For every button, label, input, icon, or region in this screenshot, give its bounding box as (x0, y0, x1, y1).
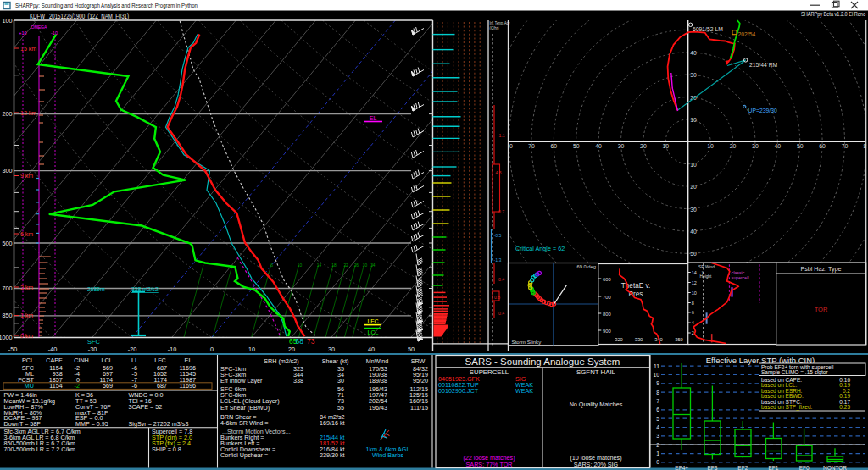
svg-text:500: 500 (3, 240, 13, 247)
svg-text:-20: -20 (128, 346, 136, 353)
svg-text:MMP = 0.95: MMP = 0.95 (75, 420, 108, 428)
svg-text:30: 30 (328, 346, 335, 353)
svg-text:239/30 kt: 239/30 kt (320, 451, 345, 459)
svg-text:1154: 1154 (49, 382, 62, 390)
svg-text:10: 10 (692, 290, 697, 296)
svg-text:SRH (m2/s2): SRH (m2/s2) (264, 357, 299, 365)
svg-text:20: 20 (730, 143, 737, 149)
svg-text:2: 2 (692, 330, 694, 335)
svg-text:Inf. Temp. Adv: Inf. Temp. Adv (490, 21, 510, 25)
svg-text:Height: Height (700, 274, 713, 279)
svg-text:SRW: SRW (411, 357, 426, 365)
svg-text:0.8: 0.8 (494, 295, 500, 300)
svg-text:900: 900 (603, 329, 611, 334)
svg-text:-1.3: -1.3 (494, 257, 502, 263)
svg-text:SARS: 77% TOR: SARS: 77% TOR (466, 461, 513, 468)
svg-text:0.4: 0.4 (498, 277, 504, 282)
svg-text:EF4+: EF4+ (675, 465, 688, 470)
svg-text:EF2: EF2 (737, 465, 748, 470)
svg-text:40: 40 (775, 143, 782, 149)
svg-text:DownT = 58F: DownT = 58F (4, 420, 42, 428)
svg-text:LI: LI (131, 357, 136, 364)
svg-text:-2: -2 (75, 382, 80, 390)
svg-text:10: 10 (298, 263, 303, 268)
svg-text:10: 10 (690, 117, 697, 123)
svg-text:SHARPpy: Sounding and Hodograp: SHARPpy: Sounding and Hodograph Analysis… (15, 2, 198, 9)
svg-text:40: 40 (368, 346, 375, 353)
svg-text:supercell: supercell (732, 275, 749, 280)
svg-text:30: 30 (690, 72, 697, 78)
svg-text:-50: -50 (8, 346, 17, 353)
svg-text:8: 8 (656, 390, 659, 395)
svg-text:SARS: 20% SIG: SARS: 20% SIG (574, 461, 619, 468)
svg-text:50: 50 (690, 251, 697, 257)
svg-text:-40: -40 (48, 346, 57, 353)
svg-text:1: 1 (656, 451, 659, 456)
svg-text:700: 700 (3, 285, 13, 292)
svg-text:3: 3 (656, 433, 659, 439)
svg-text:700-500mb LR = 7.2 C/km: 700-500mb LR = 7.2 C/km (4, 445, 76, 453)
svg-text:MnWind: MnWind (366, 357, 388, 365)
svg-text:687: 687 (157, 382, 167, 390)
svg-text:10: 10 (690, 162, 697, 168)
svg-text:350: 350 (675, 337, 683, 342)
svg-text:40: 40 (690, 50, 697, 56)
svg-text:111/15: 111/15 (410, 404, 428, 412)
svg-text:6: 6 (656, 406, 659, 412)
svg-text:UP=239/30: UP=239/30 (748, 108, 777, 113)
svg-text:EF3: EF3 (707, 465, 717, 470)
svg-text:00102900.JCT: 00102900.JCT (438, 387, 479, 395)
svg-text:320: 320 (615, 337, 623, 342)
svg-text:-10: -10 (168, 346, 176, 353)
svg-text:6091/52 LM: 6091/52 LM (693, 26, 723, 32)
svg-text:20: 20 (690, 184, 697, 190)
svg-text:7: 7 (656, 398, 659, 404)
svg-text:Shear (kt): Shear (kt) (322, 357, 349, 365)
svg-text:189/38: 189/38 (369, 377, 387, 384)
svg-text:20: 20 (640, 143, 647, 149)
svg-text:9: 9 (656, 380, 659, 386)
svg-text:202/54: 202/54 (738, 31, 756, 37)
svg-text:338 m2/s2: 338 m2/s2 (131, 286, 159, 292)
svg-text:100: 100 (3, 17, 13, 25)
svg-text:Psbl Haz. Type: Psbl Haz. Type (800, 265, 841, 273)
svg-text:Corfidi Upshear =: Corfidi Upshear = (220, 451, 268, 459)
svg-text:EF1: EF1 (768, 465, 778, 470)
svg-text:LCL: LCL (101, 357, 112, 364)
svg-text:1 km: 1 km (20, 312, 33, 318)
svg-text:Eff Shear (EBWD): Eff Shear (EBWD) (220, 404, 270, 412)
svg-text:4-6km SR Wind =: 4-6km SR Wind = (220, 419, 269, 427)
svg-text:CAPE: CAPE (46, 357, 63, 364)
svg-text:SHIP = 0.8: SHIP = 0.8 (152, 445, 181, 453)
svg-text:10: 10 (248, 346, 255, 353)
svg-text:30: 30 (337, 377, 344, 384)
svg-text:0: 0 (509, 143, 513, 149)
svg-text:4: 4 (656, 424, 659, 430)
svg-text:MU: MU (25, 382, 34, 390)
svg-text:2689m: 2689m (87, 286, 105, 292)
svg-text:800: 800 (603, 312, 611, 317)
svg-text:40: 40 (595, 143, 602, 149)
svg-text:ThetaE v.: ThetaE v. (621, 282, 650, 290)
svg-text:EF0: EF0 (799, 465, 810, 470)
svg-text:200: 200 (3, 110, 13, 118)
svg-text:18: 18 (331, 263, 337, 268)
svg-text:95/20: 95/20 (413, 377, 428, 384)
svg-text:SFC: SFC (87, 338, 101, 346)
svg-text:850: 850 (3, 312, 13, 319)
svg-text:700: 700 (603, 295, 611, 300)
svg-text:-10: -10 (51, 30, 58, 36)
svg-text:40: 40 (690, 229, 697, 235)
svg-text:SHARPpy Beta v1.2.0 El Reno: SHARPpy Beta v1.2.0 El Reno (801, 10, 865, 18)
svg-text:600: 600 (603, 277, 611, 282)
svg-text:-6: -6 (132, 382, 137, 390)
svg-text:0.25: 0.25 (839, 404, 850, 410)
svg-text:6: 6 (270, 263, 273, 268)
svg-text:+10: +10 (19, 30, 26, 36)
svg-text:215/44 RM: 215/44 RM (749, 62, 778, 68)
svg-text:1.1: 1.1 (499, 133, 505, 138)
svg-text:8: 8 (692, 301, 694, 306)
svg-text:14: 14 (692, 270, 697, 275)
svg-text:12: 12 (692, 280, 697, 285)
svg-text:60: 60 (551, 143, 558, 149)
